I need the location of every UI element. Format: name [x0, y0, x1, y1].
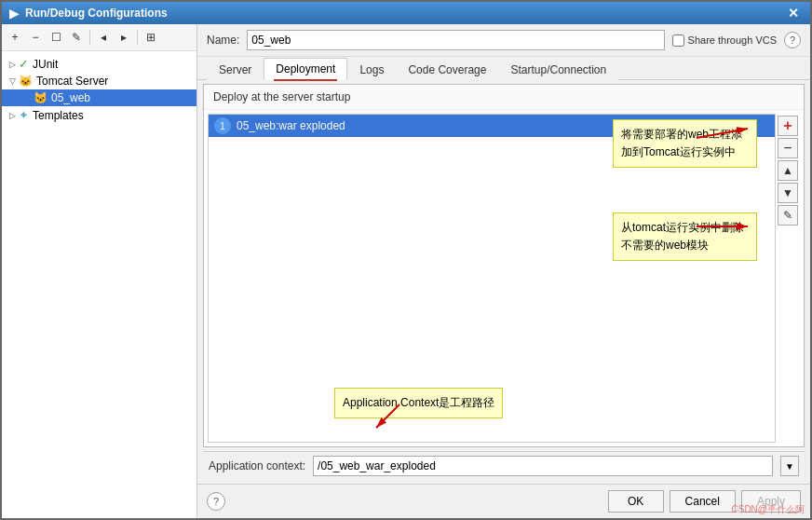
- edit-button[interactable]: ✎: [67, 28, 86, 47]
- vcs-checkbox-group: Share through VCS: [672, 34, 777, 47]
- sidebar-item-tomcat[interactable]: ▽ 🐱 Tomcat Server: [2, 73, 196, 89]
- forward-button[interactable]: ▸: [115, 28, 133, 47]
- toggle-05web: [20, 91, 34, 104]
- vcs-label: Share through VCS: [688, 34, 777, 46]
- close-button[interactable]: ✕: [784, 4, 803, 22]
- move-up-button[interactable]: ▲: [778, 160, 798, 181]
- watermark: CSDN@平什么阿: [732, 503, 805, 516]
- back-button[interactable]: ◂: [94, 28, 113, 47]
- app-context-input[interactable]: [313, 456, 773, 476]
- name-input[interactable]: [247, 30, 664, 50]
- 05web-label: 05_web: [51, 91, 90, 104]
- sort-button[interactable]: ⊞: [142, 28, 160, 47]
- tab-startup[interactable]: Startup/Connection: [498, 59, 618, 80]
- tab-code-coverage[interactable]: Code Coverage: [396, 59, 498, 80]
- copy-button[interactable]: ☐: [47, 28, 65, 47]
- sidebar-item-templates[interactable]: ▷ ✦ Templates: [2, 106, 196, 124]
- remove-deploy-button[interactable]: −: [778, 138, 798, 158]
- remove-button[interactable]: −: [26, 28, 45, 47]
- name-label: Name:: [207, 34, 239, 47]
- title-bar: ▶ Run/Debug Configurations ✕: [2, 2, 810, 24]
- move-down-button[interactable]: ▼: [778, 183, 798, 203]
- help-button-name[interactable]: ?: [784, 32, 801, 48]
- footer-help-button[interactable]: ?: [207, 492, 225, 511]
- toggle-templates: ▷: [6, 109, 19, 122]
- window-icon: ▶: [9, 6, 20, 21]
- templates-label: Templates: [33, 109, 84, 122]
- junit-icon: ✓: [19, 57, 29, 71]
- sidebar-tree: ▷ ✓ JUnit ▽ 🐱 Tomcat Server 🐱 05_web: [2, 51, 196, 518]
- vcs-checkbox[interactable]: [672, 34, 684, 47]
- arrow-to-context: [372, 400, 465, 437]
- sidebar-item-05web[interactable]: 🐱 05_web: [2, 89, 196, 106]
- deploy-header: Deploy at the server startup: [204, 85, 804, 110]
- sidebar: + − ☐ ✎ ◂ ▸ ⊞ ▷ ✓ JUnit ▽: [2, 24, 197, 518]
- tabs-bar: Server Deployment Logs Code Coverage Sta…: [197, 57, 810, 80]
- svg-line-5: [376, 404, 399, 428]
- item-number: 1: [214, 117, 231, 134]
- cancel-button[interactable]: Cancel: [670, 490, 736, 513]
- tab-content-wrapper: Deploy at the server startup 1 05_web:wa…: [197, 80, 810, 484]
- title-bar-left: ▶ Run/Debug Configurations: [9, 6, 168, 21]
- add-deploy-button[interactable]: +: [778, 116, 798, 136]
- tomcat-label: Tomcat Server: [36, 75, 108, 88]
- toggle-junit: ▷: [6, 58, 19, 71]
- add-button[interactable]: +: [6, 28, 24, 47]
- junit-label: JUnit: [33, 58, 58, 71]
- name-bar: Name: Share through VCS ?: [197, 24, 810, 57]
- tab-logs[interactable]: Logs: [347, 59, 396, 80]
- run-debug-configurations-window: ▶ Run/Debug Configurations ✕ + − ☐ ✎ ◂ ▸…: [0, 0, 812, 520]
- footer: ? OK Cancel Apply: [197, 484, 810, 518]
- sidebar-toolbar: + − ☐ ✎ ◂ ▸ ⊞: [2, 24, 196, 51]
- app-context-dropdown[interactable]: ▼: [780, 456, 799, 476]
- ok-button[interactable]: OK: [608, 490, 664, 513]
- separator: [89, 30, 90, 45]
- content-area: Deploy at the server startup 1 05_web:wa…: [203, 84, 805, 447]
- sidebar-item-junit[interactable]: ▷ ✓ JUnit: [2, 55, 196, 73]
- application-context-bar: Application context: ▼: [203, 451, 805, 480]
- arrow-to-add: [692, 115, 766, 161]
- toggle-tomcat: ▽: [6, 75, 19, 88]
- app-context-label: Application context:: [209, 459, 305, 472]
- tab-deployment[interactable]: Deployment: [264, 58, 347, 80]
- deploy-list-area: 1 05_web:war exploded + − ▲ ▼ ✎: [204, 110, 804, 446]
- edit-deploy-button[interactable]: ✎: [778, 205, 798, 226]
- item-label: 05_web:war exploded: [237, 119, 345, 132]
- tab-server[interactable]: Server: [207, 59, 264, 80]
- separator2: [137, 30, 138, 45]
- templates-icon: ✦: [19, 108, 29, 122]
- 05web-icon: 🐱: [34, 91, 47, 104]
- main-content: + − ☐ ✎ ◂ ▸ ⊞ ▷ ✓ JUnit ▽: [2, 24, 810, 518]
- side-buttons: + − ▲ ▼ ✎: [776, 114, 800, 443]
- arrow-to-remove: [692, 203, 766, 250]
- tomcat-icon: 🐱: [19, 75, 33, 88]
- window-title: Run/Debug Configurations: [25, 7, 168, 20]
- svg-line-1: [697, 129, 748, 138]
- right-panel: Name: Share through VCS ? Server Deploym…: [197, 24, 810, 518]
